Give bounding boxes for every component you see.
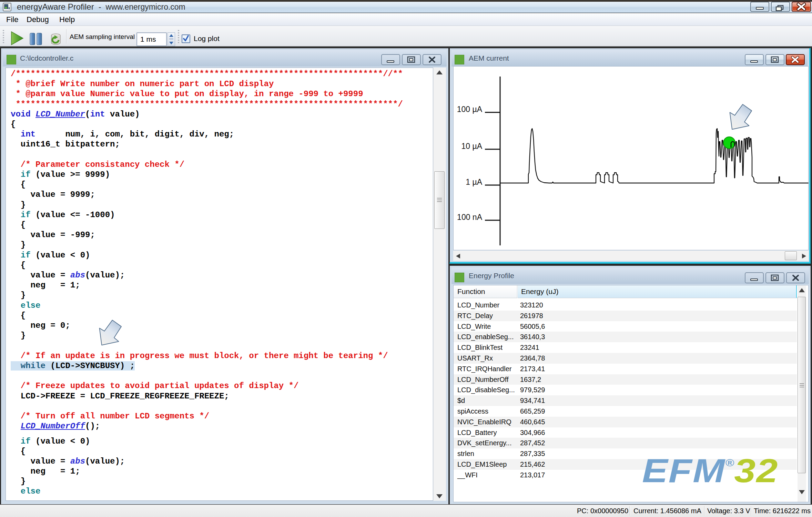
svg-text:10 µA: 10 µA <box>461 142 482 151</box>
svg-text:100 µA: 100 µA <box>457 105 483 114</box>
svg-text:100 nA: 100 nA <box>457 213 483 222</box>
svg-text:1 µA: 1 µA <box>466 178 482 186</box>
